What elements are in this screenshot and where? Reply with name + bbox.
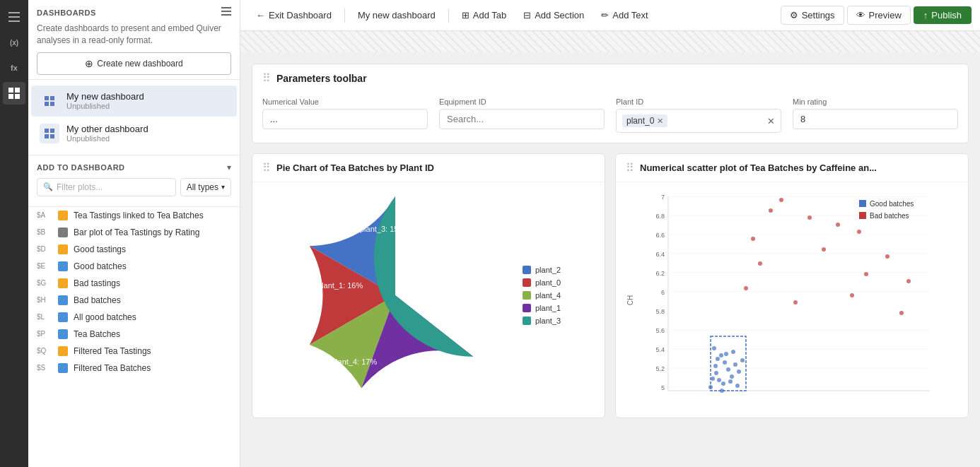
plot-tag: $B — [37, 228, 52, 236]
svg-point-56 — [731, 350, 735, 354]
plot-list: $A Tea Tastings linked to Tea Batches $B… — [28, 207, 240, 467]
preview-button[interactable]: 👁 Preview — [847, 6, 911, 25]
dashboard-item-1[interactable]: My new dashboard Unpublished — [31, 85, 237, 117]
param-equipment-label: Equipment ID — [439, 97, 605, 106]
text-icon: ✏ — [601, 10, 609, 20]
search-icon: 🔍 — [43, 182, 53, 191]
back-arrow-icon: ← — [256, 10, 265, 20]
eye-icon: 👁 — [856, 10, 865, 20]
scatter-y-label: CH — [626, 293, 634, 307]
params-body: Numerical Value Equipment ID Plant ID pl… — [252, 92, 968, 143]
plus-icon: ⊕ — [85, 58, 93, 69]
pie-container: plant_2: 33% plant_0: 19% plant_4: 17% p… — [259, 189, 597, 401]
svg-rect-10 — [45, 96, 49, 100]
svg-text:Bad batches: Bad batches — [870, 212, 909, 220]
plot-name: All good batches — [74, 312, 136, 322]
svg-text:Good batches: Good batches — [870, 200, 914, 208]
pie-chart-svg — [296, 196, 494, 394]
scatter-drag-handle-icon[interactable]: ⠿ — [626, 161, 634, 175]
legend-dot-plant0 — [523, 278, 531, 287]
legend-dot-plant4 — [523, 291, 531, 300]
dashboard-item-1-status: Unpublished — [66, 102, 228, 110]
exit-dashboard-button[interactable]: ← Exit Dashboard — [249, 6, 339, 24]
settings-button[interactable]: ⚙ Settings — [781, 6, 844, 25]
list-item[interactable]: $E Good batches — [28, 258, 240, 275]
add-tab-button[interactable]: ⊞ Add Tab — [455, 6, 513, 24]
plot-type-icon — [58, 312, 68, 322]
param-plant-tag-input[interactable]: plant_0 ✕ ✕ — [616, 109, 781, 133]
section-icon: ⊟ — [523, 10, 531, 20]
plot-tag: $P — [37, 330, 52, 338]
filter-type-label: All types — [187, 182, 218, 192]
tab-icon: ⊞ — [462, 10, 469, 20]
pie-chart-card: ⠿ Pie Chart of Tea Batches by Plant ID — [252, 153, 605, 418]
plot-type-icon — [58, 211, 68, 220]
add-text-button[interactable]: ✏ Add Text — [594, 6, 655, 24]
pie-drag-handle-icon[interactable]: ⠿ — [262, 161, 271, 175]
param-min-rating-label: Min rating — [793, 97, 958, 106]
clear-all-icon[interactable]: ✕ — [767, 116, 775, 126]
dashboard-item-2-status: Unpublished — [66, 134, 228, 143]
svg-text:6.8: 6.8 — [655, 213, 665, 220]
list-item[interactable]: $A Tea Tastings linked to Tea Batches — [28, 207, 240, 224]
svg-point-60 — [711, 377, 715, 381]
list-item[interactable]: $B Bar plot of Tea Tastings by Rating — [28, 224, 240, 241]
dropdown-arrow-icon: ▾ — [221, 183, 225, 191]
svg-point-51 — [733, 362, 737, 367]
current-dashboard-tab[interactable]: My new dashboard — [351, 6, 443, 24]
filter-type-select[interactable]: All types ▾ — [180, 178, 231, 196]
svg-text:6.4: 6.4 — [655, 251, 665, 258]
svg-rect-2 — [8, 20, 20, 22]
sidebar-menu-icon[interactable] — [3, 6, 25, 28]
dashboard-item-2-info: My other dashboard Unpublished — [66, 124, 228, 143]
pie-chart-body: plant_2: 33% plant_0: 19% plant_4: 17% p… — [252, 182, 605, 408]
add-section-button[interactable]: ⊟ Add Section — [516, 6, 591, 24]
dashboard-item-2[interactable]: My other dashboard Unpublished — [31, 118, 237, 149]
svg-point-68 — [906, 279, 911, 283]
svg-point-62 — [779, 198, 783, 202]
plot-type-icon — [58, 244, 68, 254]
pie-chart-header: ⠿ Pie Chart of Tea Batches by Plant ID — [252, 154, 605, 182]
svg-point-59 — [740, 358, 745, 362]
drag-handle-icon[interactable]: ⠿ — [262, 71, 271, 85]
legend-label-plant1: plant_1 — [535, 304, 561, 312]
legend-item-plant0: plant_0 — [523, 278, 561, 287]
list-item[interactable]: $G Bad tastings — [28, 275, 240, 292]
list-item[interactable]: $Q Filtered Tea Tastings — [28, 343, 240, 360]
left-panel-header: DASHBOARDS Create dashboards to present … — [28, 0, 240, 80]
svg-point-55 — [713, 364, 718, 368]
sidebar-dashboard-icon[interactable] — [3, 82, 25, 105]
left-panel: DASHBOARDS Create dashboards to present … — [28, 0, 240, 467]
chevron-down-icon[interactable]: ▾ — [227, 162, 231, 172]
legend-dot-plant2 — [523, 266, 531, 274]
dashboard-item-2-icon — [40, 124, 59, 143]
list-item[interactable]: $H Bad batches — [28, 292, 240, 309]
param-equipment-input[interactable] — [439, 109, 605, 129]
plot-tag: $E — [37, 262, 52, 270]
list-item[interactable]: $D Good tastings — [28, 241, 240, 258]
parameters-card: ⠿ Parameters toolbar Numerical Value Equ… — [252, 64, 969, 143]
dashboard-item-2-name: My other dashboard — [66, 124, 228, 134]
sidebar-variable-icon[interactable]: (x) — [3, 31, 25, 54]
list-item[interactable]: $L All good batches — [28, 309, 240, 326]
sidebar-fx-icon[interactable]: fx — [3, 57, 25, 79]
publish-button[interactable]: ↑ Publish — [914, 6, 972, 24]
plot-name: Tea Batches — [74, 329, 120, 339]
create-dashboard-button[interactable]: ⊕ Create new dashboard — [37, 52, 231, 75]
dashboard-item-1-icon — [40, 91, 59, 111]
svg-point-66 — [807, 215, 812, 220]
filter-search-box[interactable]: 🔍 Filter plots... — [37, 178, 176, 196]
param-min-rating: Min rating — [793, 97, 958, 133]
plot-type-icon — [58, 278, 68, 288]
filter-search-placeholder: Filter plots... — [57, 182, 103, 192]
list-item[interactable]: $P Tea Batches — [28, 326, 240, 343]
param-numerical-input[interactable] — [262, 109, 428, 129]
plant-tag-remove[interactable]: ✕ — [657, 117, 663, 126]
list-item[interactable]: $S Filtered Tea Batches — [28, 360, 240, 377]
list-icon[interactable] — [221, 7, 231, 18]
param-min-rating-input[interactable] — [793, 109, 958, 129]
plot-tag: $H — [37, 296, 52, 304]
add-to-dashboard-title: ADD TO DASHBOARD — [37, 163, 125, 172]
legend-item-plant3: plant_3 — [523, 317, 561, 325]
svg-text:5.4: 5.4 — [655, 346, 665, 353]
